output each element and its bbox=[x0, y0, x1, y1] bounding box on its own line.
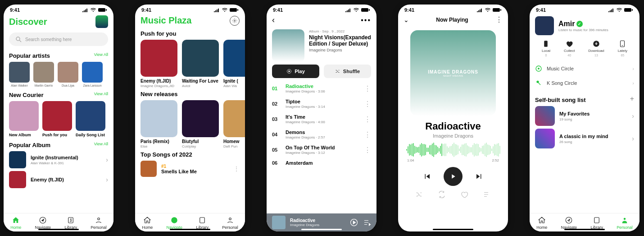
song-artist: Imageine Dragons bbox=[404, 133, 503, 139]
artist-item[interactable]: Dua Lipa bbox=[58, 62, 78, 87]
play-circle-icon[interactable] bbox=[349, 218, 358, 227]
stat-local[interactable]: Local0 bbox=[542, 40, 550, 57]
waveform[interactable] bbox=[404, 142, 503, 157]
courier-item[interactable]: Daily Song List bbox=[76, 101, 105, 137]
nav-library[interactable]: Library bbox=[64, 216, 77, 230]
more-vertical-icon[interactable]: ⋮ bbox=[364, 100, 371, 108]
release-item[interactable]: Paris (Remix)Else bbox=[141, 100, 177, 148]
release-item[interactable]: HomewDaft Pun bbox=[223, 100, 245, 148]
album-item[interactable]: Ignite (Instrumental)Alan Walker & K-391… bbox=[9, 151, 108, 168]
heart-icon[interactable] bbox=[460, 190, 468, 199]
nav-personal[interactable]: Personal bbox=[617, 216, 633, 230]
nav-library[interactable]: Library bbox=[590, 216, 603, 230]
nav-home[interactable]: Home bbox=[536, 216, 547, 230]
artist-item[interactable]: Zara Larsson bbox=[82, 62, 103, 87]
battery-icon bbox=[624, 8, 633, 12]
home-indicator bbox=[433, 229, 473, 230]
top-song-item[interactable]: #1Smells Like Me ⋮ bbox=[141, 161, 240, 177]
courier-item[interactable]: Push for you bbox=[42, 101, 72, 137]
more-vertical-icon[interactable]: ⋮ bbox=[495, 15, 503, 24]
stats-row: Local0 Collect40 Download13 Lately65 bbox=[535, 40, 634, 57]
more-vertical-icon[interactable]: ⋮ bbox=[364, 130, 371, 139]
more-horizontal-icon[interactable]: ••• bbox=[361, 16, 371, 24]
courier-item[interactable]: New Album bbox=[9, 101, 39, 137]
profile-header[interactable]: Amir✓ Listen to music for 396 minutes bbox=[535, 16, 634, 35]
releases-list: Paris (Remix)Else BiutyfulColdplay Homew… bbox=[141, 100, 245, 148]
push-item[interactable]: Enemy (ft.JID)Imagine Dragons,JID bbox=[141, 40, 177, 88]
menu-k-song-circle[interactable]: K Song Circle › bbox=[535, 76, 634, 90]
more-vertical-icon[interactable]: ⋮ bbox=[233, 165, 240, 172]
stat-collect[interactable]: Collect40 bbox=[564, 40, 575, 57]
chevron-right-icon: › bbox=[632, 135, 634, 142]
track-item[interactable]: 06Amsterdam bbox=[272, 157, 371, 168]
playlist-item[interactable]: My Favorites19 song› bbox=[535, 106, 634, 126]
search-icon bbox=[15, 36, 22, 42]
nav-library[interactable]: Library bbox=[196, 216, 209, 230]
push-item[interactable]: Waiting For LoveAvicii bbox=[182, 40, 219, 88]
track-item[interactable]: 04DemonsImageine Dragons · 2:57⋮ bbox=[272, 127, 371, 142]
screen-profile: 9:41 Amir✓ Listen to music for 396 minut… bbox=[530, 5, 639, 231]
album-item[interactable]: Enemy (ft.JID) › bbox=[9, 171, 108, 188]
track-item[interactable]: 02TiptoeImageine Dragons · 3:14⋮ bbox=[272, 96, 371, 111]
track-item[interactable]: 05On Top Of The WorldImageine Dragons · … bbox=[272, 142, 371, 157]
more-vertical-icon[interactable]: ⋮ bbox=[364, 146, 371, 154]
queue-icon[interactable] bbox=[363, 218, 371, 227]
battery-icon bbox=[493, 8, 502, 12]
svg-rect-19 bbox=[624, 8, 631, 12]
nav-personal[interactable]: Personal bbox=[222, 216, 238, 230]
artist-item[interactable]: Martin Garrix bbox=[33, 62, 54, 87]
svg-rect-1 bbox=[106, 9, 107, 11]
shuffle-icon bbox=[335, 69, 340, 74]
track-item[interactable]: 01RadioactiveImageine Dragons · 3:06⋮ bbox=[272, 81, 371, 96]
svg-rect-20 bbox=[632, 9, 633, 11]
avatar[interactable] bbox=[95, 15, 108, 28]
tracklist: 01RadioactiveImageine Dragons · 3:06⋮ 02… bbox=[272, 81, 371, 168]
stat-lately[interactable]: Lately65 bbox=[618, 40, 627, 57]
section-top-songs: Top Songs of 2022 bbox=[141, 151, 240, 158]
more-vertical-icon[interactable]: ⋮ bbox=[364, 115, 371, 124]
shuffle-icon[interactable] bbox=[415, 190, 423, 199]
artist-item[interactable]: Alan Walker bbox=[9, 62, 30, 87]
track-item[interactable]: 03It's TimeImageine Dragons · 4:00⋮ bbox=[272, 111, 371, 127]
album-artwork bbox=[272, 29, 304, 62]
more-vertical-icon[interactable]: ⋮ bbox=[364, 84, 371, 93]
nav-navigate[interactable]: Navigate bbox=[561, 216, 577, 230]
view-all-album[interactable]: View All bbox=[94, 142, 108, 146]
play-pause-button[interactable] bbox=[444, 167, 463, 186]
repeat-icon[interactable] bbox=[438, 190, 446, 199]
view-all-courier[interactable]: View All bbox=[94, 92, 108, 96]
push-item[interactable]: Ignite (Alan Wa bbox=[223, 40, 245, 88]
svg-rect-8 bbox=[237, 9, 238, 11]
svg-point-10 bbox=[172, 217, 178, 223]
nav-navigate[interactable]: Navigate bbox=[35, 216, 51, 230]
nav-navigate[interactable]: Navigate bbox=[167, 216, 183, 230]
previous-button[interactable] bbox=[423, 172, 431, 180]
mic-icon bbox=[535, 79, 542, 87]
search-input[interactable]: Search something here bbox=[9, 32, 108, 46]
queue-icon[interactable] bbox=[483, 190, 491, 199]
page-title: Music Plaza bbox=[141, 15, 191, 26]
nav-home[interactable]: Home bbox=[142, 216, 153, 230]
back-button[interactable]: ‹ bbox=[272, 15, 275, 25]
next-button[interactable] bbox=[475, 172, 483, 180]
svg-point-6 bbox=[98, 218, 100, 220]
nav-personal[interactable]: Personal bbox=[91, 216, 107, 230]
time-total: 2:52 bbox=[492, 158, 499, 162]
nav-home[interactable]: Home bbox=[10, 216, 21, 230]
settings-button[interactable] bbox=[230, 16, 240, 26]
wifi-icon bbox=[222, 8, 228, 12]
chevron-down-button[interactable]: ⌄ bbox=[404, 16, 409, 23]
album-artist: Imageine Dragons bbox=[309, 48, 371, 52]
menu-music-circle[interactable]: Music Circle › bbox=[535, 61, 634, 76]
section-new-courier: New Courier bbox=[9, 92, 44, 98]
stat-download[interactable]: Download13 bbox=[588, 40, 604, 57]
play-button[interactable]: Play bbox=[272, 65, 319, 78]
release-item[interactable]: BiutyfulColdplay bbox=[182, 100, 219, 148]
playlist-item[interactable]: A classic in my mind26 song› bbox=[535, 129, 634, 148]
play-icon bbox=[449, 173, 457, 180]
view-all-artists[interactable]: View All bbox=[94, 52, 108, 57]
avatar bbox=[535, 16, 554, 35]
shuffle-button[interactable]: Shuffle bbox=[324, 65, 371, 78]
svg-rect-7 bbox=[230, 8, 237, 12]
add-playlist-button[interactable]: + bbox=[630, 95, 634, 103]
